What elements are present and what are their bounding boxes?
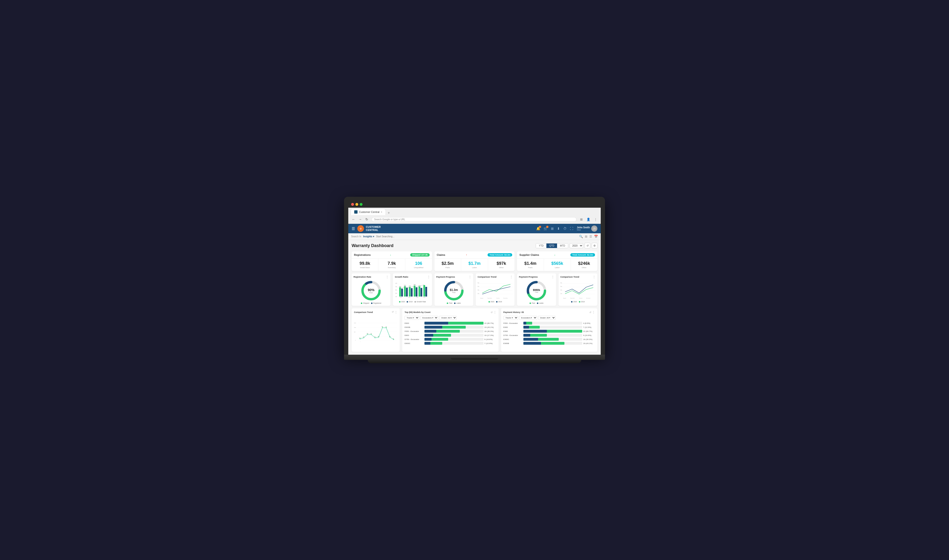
supplier-claims-card: Supplier Claims ↓ Total Amount: $2.3m $1… [517, 251, 597, 271]
bell-badge: 1 [539, 226, 541, 228]
payment-history-type-select[interactable]: Excavators ▾ [519, 316, 537, 320]
list-item: D750 - Excavator 9 (16.6%) [503, 334, 595, 337]
browser-tab-active[interactable]: Customer Central × [351, 209, 386, 215]
top-models-category-select[interactable]: Tractor ▾ [404, 316, 419, 320]
claims-comparison-menu[interactable]: ⋮ [510, 275, 513, 278]
payment-history-card: Payment History: 05 ↺ ⋮ Tractor ▾ Excava… [501, 308, 597, 352]
tab-ytd[interactable]: YTD [536, 243, 546, 248]
laptop-screen-bezel: Customer Central × + ← → ↻ Search Google… [344, 197, 605, 355]
search-input[interactable] [376, 235, 577, 238]
registrations-trend: ↓ [390, 253, 391, 257]
top-models-filters: Tractor ▾ Excavators ▾ Dealer: All ▾ [404, 316, 496, 320]
bell-icon[interactable]: 🔔 1 [536, 227, 540, 231]
bottom-row: Comparison Trend ↺ ⋮ [352, 308, 597, 352]
stat-install-base-label: Install Base [354, 266, 376, 269]
back-button[interactable]: ← [351, 217, 356, 222]
supplier-claims-header: Supplier Claims ↓ Total Amount: $2.3m [517, 251, 597, 258]
svg-text:1000: 1000 [354, 327, 356, 328]
top-models-menu[interactable]: ⋮ [494, 311, 496, 314]
year-select[interactable]: 2020 [569, 243, 583, 248]
forward-button[interactable]: → [357, 217, 363, 222]
reg-rate-header: Registration Rate ⋮ [353, 275, 389, 278]
growth-ratio-card: Growth Ratio ⋮ 100 [393, 273, 432, 306]
browser-top-bar: ← → ↻ Search Google or type a URL ⊞ 👤 ⋮ [348, 215, 601, 223]
stat-inventory: 7.9k Inventory [378, 258, 405, 271]
traffic-light-green[interactable] [360, 203, 363, 206]
claims-title: Claims [437, 254, 445, 256]
top-models-refresh[interactable]: ↺ [491, 311, 492, 314]
reload-button[interactable]: ↻ [364, 217, 370, 222]
search-scope[interactable]: Insights ▾ [363, 235, 374, 238]
stat-supplier-labor-label: Labor [546, 266, 568, 269]
svg-rect-19 [406, 288, 408, 297]
legend-growth-dot [415, 301, 416, 303]
comparison-trend-refresh[interactable]: ↺ [392, 311, 393, 314]
stat-supplier-labor: $565k Labor [544, 258, 571, 271]
top-models-type-select[interactable]: Excavators ▾ [420, 316, 438, 320]
dash-header: Warranty Dashboard YTD QTD MTD 2020 ↺ ⚙ [352, 243, 597, 248]
user-role: Mize [577, 229, 590, 231]
comparison-trend-menu[interactable]: ⋮ [395, 311, 397, 314]
tab-qtd[interactable]: QTD [546, 243, 557, 248]
legend-liable-supplier-dot [537, 303, 538, 304]
svg-text:750: 750 [367, 333, 368, 334]
stat-supplier-parts-value: $1.4m [519, 261, 541, 266]
claims-stats: $2.5m Parts $1.7m Labor $97k Other [434, 258, 515, 271]
tab-add-btn[interactable]: + [386, 211, 392, 215]
legend-liable-claims: Liable [454, 302, 461, 304]
extensions-icon[interactable]: ⊞ [579, 217, 584, 222]
more-icon[interactable]: ⋮ [593, 217, 598, 222]
laptop-base [344, 355, 605, 360]
svg-text:4m: 4m [560, 282, 562, 283]
claims-payment-menu[interactable]: ⋮ [469, 275, 471, 278]
list-item: D750 - Excavator 9 (16.6%) [404, 338, 496, 341]
svg-text:October: October [579, 297, 583, 299]
payment-history-menu[interactable]: ⋮ [592, 311, 595, 314]
svg-text:Sep: Sep [409, 297, 411, 298]
address-bar[interactable]: Search Google or type a URL [372, 217, 577, 222]
tab-mtd[interactable]: MTD [557, 243, 568, 248]
tab-close-btn[interactable]: × [381, 211, 382, 213]
payment-history-refresh[interactable]: ↺ [589, 311, 591, 314]
expand-icon[interactable]: ⛶ [570, 227, 573, 231]
growth-ratio-menu[interactable]: ⋮ [427, 275, 430, 278]
supplier-comparison-menu[interactable]: ⋮ [593, 275, 596, 278]
top-models-dealer-select[interactable]: Dealer: All ▾ [439, 316, 457, 320]
legend-paid-label: Paid [449, 302, 452, 304]
traffic-light-yellow[interactable] [355, 203, 358, 206]
svg-text:2m: 2m [478, 293, 479, 294]
stat-install-base-value: 99.8k [354, 261, 376, 266]
supplier-claims-stats: $1.4m Parts $565k Labor $246k Other [517, 258, 597, 271]
profile-icon[interactable]: 👤 [586, 217, 591, 222]
user-info: John Smith Mize JS [577, 225, 597, 232]
clock-icon[interactable]: ⏱ [563, 227, 566, 231]
settings-btn[interactable]: ⚙ [592, 243, 597, 248]
refresh-btn[interactable]: ↺ [585, 243, 590, 248]
grid-view-icon[interactable]: ⊞ [585, 235, 588, 238]
hamburger-menu[interactable]: ☰ [352, 226, 355, 231]
supplier-comparison-header: Comparison Trend ⋮ [560, 275, 596, 278]
top-models-header: Top (05) Models by Count ↺ ⋮ [404, 311, 496, 314]
grid-icon[interactable]: ⊞ [551, 227, 554, 231]
legend-2020-claims-dot [489, 301, 490, 303]
growth-ratio-title: Growth Ratio [395, 276, 408, 278]
traffic-light-red[interactable] [351, 203, 354, 206]
supplier-donut-label: Paid [533, 291, 540, 293]
download-icon[interactable]: ⬇ [557, 227, 560, 231]
payment-history-dealer-select[interactable]: Dealer: All ▾ [538, 316, 556, 320]
search-icon[interactable]: 🔍 [579, 235, 583, 238]
stat-supplier-labor-value: $565k [546, 261, 568, 266]
calendar-icon[interactable]: 📅 [594, 235, 598, 238]
legend-2019: 2019 [407, 301, 413, 303]
filter-icon[interactable]: ☰ [589, 235, 592, 238]
svg-text:500: 500 [354, 332, 355, 332]
supplier-payment-menu[interactable]: ⋮ [551, 275, 554, 278]
avatar[interactable]: JS [591, 225, 597, 232]
payment-history-category-select[interactable]: Tractor ▾ [503, 316, 518, 320]
claims-donut-value: $1.3m [450, 288, 458, 292]
cart-icon[interactable]: 🛒 1 [543, 227, 548, 231]
stat-supplier-other: $246k Other [571, 258, 597, 271]
dashboard-main: Warranty Dashboard YTD QTD MTD 2020 ↺ ⚙ [348, 240, 601, 355]
svg-text:100: 100 [395, 283, 397, 284]
reg-rate-menu[interactable]: ⋮ [386, 275, 389, 278]
